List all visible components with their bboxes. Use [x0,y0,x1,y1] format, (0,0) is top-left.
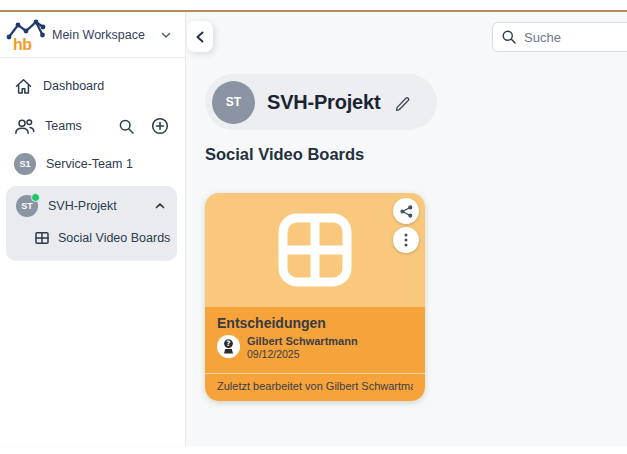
edit-project-button[interactable] [392,92,413,113]
sidebar-item-label: Service-Team 1 [46,157,171,171]
chevron-left-icon [194,30,206,44]
teams-icon [14,117,35,136]
card-actions [393,198,419,253]
main-content: ST SVH-Projekt Social Video Boards [186,12,627,446]
avatar: ST [16,195,38,217]
last-edited-text: Zuletzt bearbeitet von Gilbert Schwartma… [217,380,413,392]
sidebar-item-label: SVH-Projekt [48,199,143,213]
board-card[interactable]: Entscheidungen ? Gilbert Schwartmann [205,193,425,401]
search-icon[interactable] [118,118,135,135]
sidebar-item-label: Teams [45,119,108,133]
svg-text:?: ? [226,339,230,348]
teams-actions [118,117,171,135]
workspace-switcher[interactable]: hb Mein Workspace [0,12,185,58]
sidebar-item-label: Social Video Boards [58,231,170,245]
project-header: ST SVH-Projekt [205,74,437,130]
logo-text: hb [13,36,32,54]
app-body: hb Mein Workspace Dashboard [0,12,627,446]
workspace-name: Mein Workspace [52,28,159,42]
sidebar-item-dashboard[interactable]: Dashboard [8,70,177,102]
question-avatar-icon: ? [217,335,240,358]
home-icon [14,77,33,96]
sidebar-item-label: Dashboard [43,79,171,93]
board-title: Entscheidungen [217,315,413,331]
app-window: hb Mein Workspace Dashboard [0,0,627,454]
board-author: ? Gilbert Schwartmann 09/12/2025 [217,335,413,361]
app-logo: hb [6,17,46,53]
sidebar-nav: Dashboard Teams [0,58,185,261]
board-grid-icon [34,230,50,246]
avatar-initials: S1 [19,159,30,169]
kebab-menu-button[interactable] [393,227,419,253]
kebab-menu-icon [404,233,408,247]
search-input[interactable] [524,30,627,45]
add-icon[interactable] [151,117,169,135]
sidebar-item-teams[interactable]: Teams [8,110,177,142]
chevron-up-icon[interactable] [153,199,167,213]
search-icon [501,29,517,45]
project-title: SVH-Projekt [267,91,380,114]
online-status-dot [31,193,40,202]
author-name: Gilbert Schwartmann [247,335,358,348]
board-date: 09/12/2025 [247,348,358,361]
avatar: S1 [14,153,36,175]
active-team-group: ST SVH-Projekt [6,186,177,261]
project-avatar: ST [212,81,255,124]
sidebar-item-social-video-boards[interactable]: Social Video Boards [10,221,173,251]
sidebar-item-service-team-1[interactable]: S1 Service-Team 1 [8,148,177,180]
share-icon [400,205,413,218]
card-grid-icon [274,209,356,291]
share-button[interactable] [393,198,419,224]
board-card-body: Entscheidungen ? Gilbert Schwartmann [205,307,425,361]
edit-pencil-icon [394,94,411,111]
section-title: Social Video Boards [205,145,364,164]
board-card-footer: Zuletzt bearbeitet von Gilbert Schwartma… [205,373,425,401]
sidebar: hb Mein Workspace Dashboard [0,12,186,446]
sidebar-item-svh-projekt[interactable]: ST SVH-Projekt [10,191,173,221]
chevron-down-icon[interactable] [159,28,173,42]
avatar-initials: ST [226,95,241,109]
board-card-cover [205,193,425,307]
avatar-initials: ST [21,201,33,211]
board-card-info: Entscheidungen ? Gilbert Schwartmann [205,307,425,401]
search-box [492,22,627,52]
collapse-sidebar-button[interactable] [187,21,213,52]
